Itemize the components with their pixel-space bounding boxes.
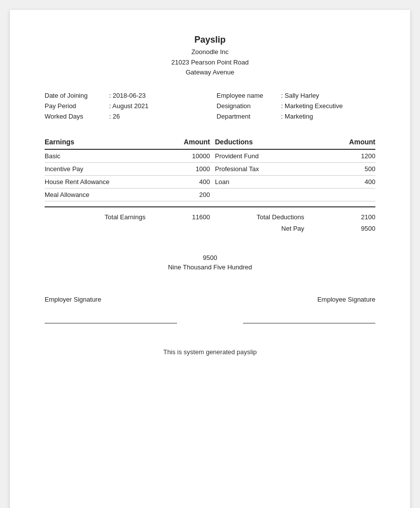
employee-name-label: Employee name: [217, 92, 281, 99]
deductions-amount-cell: 1200: [309, 152, 375, 160]
earnings-amount-header: Amount: [150, 138, 210, 146]
worked-days-value: : 26: [109, 113, 203, 120]
earnings-amount-cell: 400: [150, 178, 210, 186]
earnings-label-cell: Meal Allowance: [45, 191, 150, 198]
date-of-joining-row: Date of Joining : 2018-06-23: [45, 92, 203, 99]
department-row: Department : Marketing: [217, 113, 375, 120]
net-pay-amount: 9500: [309, 225, 375, 232]
table-row: Meal Allowance 200: [45, 189, 375, 201]
employee-signature-label: Employee Signature: [243, 296, 375, 303]
payslip-header: Payslip Zoonodle Inc 21023 Pearson Point…: [45, 35, 375, 77]
company-name: Zoonodle Inc: [45, 48, 375, 56]
footer-text: This is system generated payslip: [163, 348, 257, 356]
pay-period-label: Pay Period: [45, 102, 109, 110]
date-of-joining-value: : 2018-06-23: [109, 92, 203, 99]
total-row: Total Earnings 11600 Total Deductions 21…: [45, 211, 375, 223]
total-earnings-amount: 11600: [150, 213, 210, 221]
total-earnings-label: Total Earnings: [45, 213, 150, 221]
earnings-label-cell: Incentive Pay: [45, 165, 150, 173]
earnings-amount-cell: 1000: [150, 165, 210, 173]
employee-name-value: : Sally Harley: [281, 92, 375, 99]
deductions-label-cell: Profesional Tax: [210, 165, 309, 173]
employee-signature-line: [243, 323, 375, 323]
department-value: : Marketing: [281, 113, 375, 120]
earnings-header: Earnings: [45, 138, 150, 146]
worked-days-row: Worked Days : 26: [45, 113, 203, 120]
earnings-label-cell: Basic: [45, 152, 150, 160]
table-body: Basic 10000 Provident Fund 1200 Incentiv…: [45, 150, 375, 201]
employee-signature-block: Employee Signature: [243, 296, 375, 323]
deductions-label-cell: Loan: [210, 178, 309, 186]
earnings-label-cell: House Rent Allowance: [45, 178, 150, 186]
net-pay-label: Net Pay: [45, 225, 309, 232]
payslip-table: Earnings Amount Deductions Amount Basic …: [45, 138, 375, 234]
amount-words: Nine Thousand Five Hundred: [45, 263, 375, 271]
table-row: House Rent Allowance 400 Loan 400: [45, 176, 375, 189]
table-row: Incentive Pay 1000 Profesional Tax 500: [45, 163, 375, 176]
address-line2: Gateway Avenue: [45, 67, 375, 77]
payslip-title: Payslip: [45, 35, 375, 45]
designation-row: Designation : Marketing Executive: [217, 102, 375, 110]
deductions-amount-cell: 400: [309, 178, 375, 186]
deductions-label-cell: Provident Fund: [210, 152, 309, 160]
employer-signature-block: Employer Signature: [45, 296, 177, 323]
employee-info-section: Date of Joining : 2018-06-23 Pay Period …: [45, 92, 375, 123]
earnings-amount-cell: 200: [150, 191, 210, 198]
pay-period-row: Pay Period : August 2021: [45, 102, 203, 110]
table-header-row: Earnings Amount Deductions Amount: [45, 138, 375, 150]
designation-label: Designation: [217, 102, 281, 110]
totals-section: Total Earnings 11600 Total Deductions 21…: [45, 206, 375, 234]
company-address: 21023 Pearson Point Road Gateway Avenue: [45, 58, 375, 77]
table-row: Basic 10000 Provident Fund 1200: [45, 150, 375, 163]
signatures-section: Employer Signature Employee Signature: [45, 296, 375, 323]
designation-value: : Marketing Executive: [281, 102, 375, 110]
deductions-header: Deductions: [210, 138, 309, 146]
employer-signature-label: Employer Signature: [45, 296, 177, 303]
worked-days-label: Worked Days: [45, 113, 109, 120]
payslip-footer: This is system generated payslip: [45, 348, 375, 356]
info-left: Date of Joining : 2018-06-23 Pay Period …: [45, 92, 203, 123]
info-right: Employee name : Sally Harley Designation…: [217, 92, 375, 123]
department-label: Department: [217, 113, 281, 120]
employer-signature-line: [45, 323, 177, 323]
deductions-amount-cell: 500: [309, 165, 375, 173]
total-deductions-amount: 2100: [309, 213, 375, 221]
payslip-page: Payslip Zoonodle Inc 21023 Pearson Point…: [10, 10, 410, 508]
address-line1: 21023 Pearson Point Road: [45, 58, 375, 67]
earnings-amount-cell: 10000: [150, 152, 210, 160]
date-of-joining-label: Date of Joining: [45, 92, 109, 99]
deductions-amount-header: Amount: [309, 138, 375, 146]
employee-name-row: Employee name : Sally Harley: [217, 92, 375, 99]
amount-words-section: 9500 Nine Thousand Five Hundred: [45, 254, 375, 271]
pay-period-value: : August 2021: [109, 102, 203, 110]
total-deductions-label: Total Deductions: [210, 213, 309, 221]
net-pay-row: Net Pay 9500: [45, 223, 375, 234]
amount-number: 9500: [45, 254, 375, 261]
